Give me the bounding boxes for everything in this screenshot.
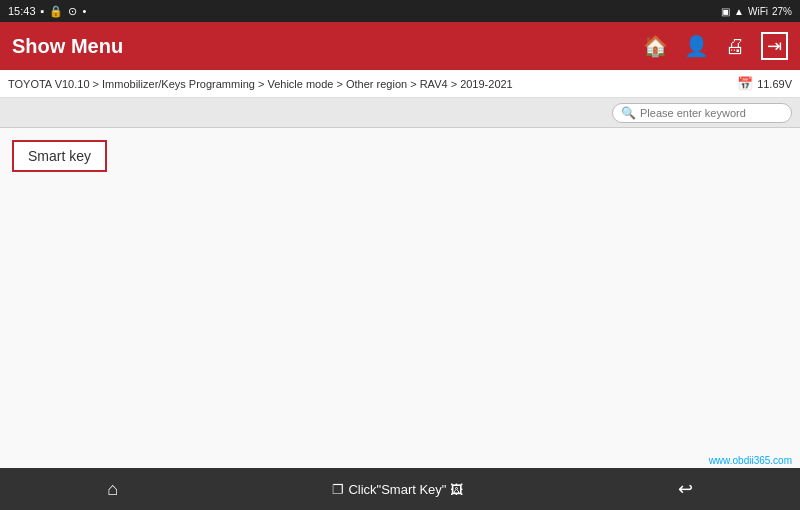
search-input[interactable] — [640, 107, 783, 119]
version-text: 11.69V — [757, 78, 792, 90]
nav-back-button[interactable]: ↩ — [678, 478, 693, 500]
header-icons: 🏠 👤 🖨 ⇥ — [643, 32, 788, 60]
nav-image-icon: 🖼 — [450, 482, 463, 497]
status-bar: 15:43 ▪ 🔒 ⊙ • ▣ ▲ WiFi 27% — [0, 0, 800, 22]
breadcrumb-bar: TOYOTA V10.10 > Immobilizer/Keys Program… — [0, 70, 800, 98]
calendar-icon: 📅 — [737, 76, 753, 91]
screen-cast-icon: ▣ — [721, 6, 730, 17]
status-time: 15:43 — [8, 5, 36, 17]
watermark: www.obdii365.com — [709, 455, 792, 466]
smart-key-item[interactable]: Smart key — [12, 140, 107, 172]
status-dot: • — [82, 5, 86, 17]
nav-hint-text: Click"Smart Key" — [348, 482, 446, 497]
exit-button[interactable]: ⇥ — [761, 32, 788, 60]
status-sim-icon: ▪ — [41, 5, 45, 17]
nav-home-button[interactable]: ⌂ — [107, 479, 118, 500]
wifi-icon: WiFi — [748, 6, 768, 17]
header-title: Show Menu — [12, 35, 123, 58]
nav-hint: ❐ Click"Smart Key" 🖼 — [332, 482, 463, 497]
main-content: Smart key — [0, 128, 800, 468]
nav-back-icon: ↩ — [678, 478, 693, 500]
user-button[interactable]: 👤 — [684, 34, 709, 58]
battery-text: 27% — [772, 6, 792, 17]
header: Show Menu 🏠 👤 🖨 ⇥ — [0, 22, 800, 70]
nav-home-icon: ⌂ — [107, 479, 118, 500]
home-button[interactable]: 🏠 — [643, 34, 668, 58]
search-container[interactable]: 🔍 — [612, 103, 792, 123]
search-bar: 🔍 — [0, 98, 800, 128]
version-badge: 📅 11.69V — [737, 76, 792, 91]
print-button[interactable]: 🖨 — [725, 35, 745, 58]
status-left: 15:43 ▪ 🔒 ⊙ • — [8, 5, 86, 18]
bottom-nav: ⌂ ❐ Click"Smart Key" 🖼 ↩ — [0, 468, 800, 510]
search-icon: 🔍 — [621, 106, 636, 120]
breadcrumb-text: TOYOTA V10.10 > Immobilizer/Keys Program… — [8, 78, 513, 90]
status-alert-icon: ⊙ — [68, 5, 77, 18]
status-right: ▣ ▲ WiFi 27% — [721, 6, 792, 17]
nav-copy-icon: ❐ — [332, 482, 344, 497]
status-lock-icon: 🔒 — [49, 5, 63, 18]
signal-icon: ▲ — [734, 6, 744, 17]
